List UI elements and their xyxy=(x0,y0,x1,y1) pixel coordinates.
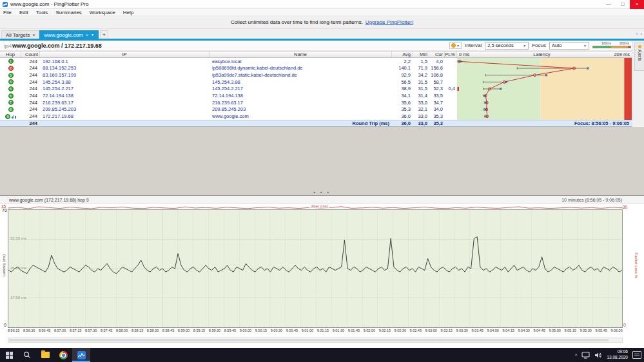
new-tab-button[interactable]: + xyxy=(100,30,108,39)
timeline-scrollbar[interactable] xyxy=(8,338,623,343)
scroll-right-icon[interactable]: › xyxy=(640,31,642,37)
time-tick-label: 9:02:15 xyxy=(379,329,391,334)
hop-ip: 83.169.157.199 xyxy=(40,72,210,78)
latency-scale-max: 209 ms xyxy=(614,52,630,57)
gridline-label: 17.50 ms xyxy=(10,296,26,300)
menu-item-tools[interactable]: Tools xyxy=(36,10,48,15)
time-tick-label: 9:00:45 xyxy=(286,329,298,334)
trace-row-hop-6[interactable]: 624472.14.194.13872.14.194.13834,131,433… xyxy=(0,92,457,99)
hop-status-dot: 1 xyxy=(8,59,14,64)
trace-rows: 1244192.168.0.1easybox.local2,21,54,0224… xyxy=(0,58,457,120)
action-center-icon[interactable] xyxy=(632,351,641,359)
tab-all-targets[interactable]: All Targets × xyxy=(1,30,39,39)
trace-row-hop-2[interactable]: 224488.134.152.253ip588698fd.dynamic.kab… xyxy=(0,65,457,72)
time-tick-label: 9:03:00 xyxy=(425,329,437,334)
close-button[interactable]: × xyxy=(630,0,644,9)
column-header-latency: 0 ms Latency 209 ms xyxy=(457,52,632,57)
alerts-icon xyxy=(638,45,641,48)
time-tick-label: 9:04:15 xyxy=(503,329,514,334)
upgrade-link[interactable]: Upgrade PingPlotter! xyxy=(366,19,413,25)
jitter-series-label: Jitter (ms) xyxy=(309,204,329,208)
speaker-icon[interactable] xyxy=(594,352,602,359)
time-tick-label: 8:58:45 xyxy=(162,329,174,334)
round-trip-label: Round Trip (ms) xyxy=(210,120,392,126)
column-header-pl[interactable]: PL% xyxy=(445,52,457,57)
time-tick-label: 9:02:45 xyxy=(410,329,422,334)
column-header-min[interactable]: Min xyxy=(413,52,429,57)
menu-item-summaries[interactable]: Summaries xyxy=(55,10,81,15)
time-tick-label: 8:57:15 xyxy=(70,329,81,334)
latency-axis-min: 0 xyxy=(4,323,6,327)
alert-state-button[interactable]: ▼ xyxy=(449,42,462,49)
hop-ip: 216.239.63.17 xyxy=(40,100,210,106)
trace-row-hop-9[interactable]: 9244172.217.19.68www.google.com36,033,03… xyxy=(0,113,457,120)
menu-item-help[interactable]: Help xyxy=(123,10,133,15)
hop-count: 244 xyxy=(21,79,40,85)
taskbar: ^ 09:06 13.08.2020 xyxy=(0,348,644,362)
taskbar-file-explorer-button[interactable] xyxy=(36,348,54,362)
scrollbar-thumb[interactable] xyxy=(9,339,609,341)
time-tick-label: 9:03:45 xyxy=(472,329,483,334)
hop-count: 244 xyxy=(21,93,40,99)
menu-item-edit[interactable]: Edit xyxy=(19,10,28,15)
hop-avg: 92,9 xyxy=(392,72,413,78)
hop-cur: 4,0 xyxy=(429,59,445,64)
column-header-count[interactable]: Count xyxy=(21,52,40,57)
trace-row-hop-5[interactable]: 5244145.254.2.217145.254.2.21738,931,552… xyxy=(0,86,457,93)
hop-packetloss: 0,4 xyxy=(445,86,457,91)
maximize-button[interactable]: □ xyxy=(616,0,630,9)
hop-min: 1,5 xyxy=(413,59,429,64)
column-header-name[interactable]: Name xyxy=(210,52,392,57)
tray-expand-icon[interactable]: ^ xyxy=(575,352,578,358)
trace-row-hop-3[interactable]: 324483.169.157.199ip53a99dc7.static.kabe… xyxy=(0,71,457,79)
hop-min: 33,0 xyxy=(413,100,429,106)
trace-row-hop-1[interactable]: 1244192.168.0.1easybox.local2,21,54,0 xyxy=(0,58,457,65)
time-tick-label: 8:56:45 xyxy=(39,329,50,334)
menu-item-file[interactable]: File xyxy=(3,10,12,15)
hop-count: 244 xyxy=(21,59,40,64)
hop-ip: 172.217.19.68 xyxy=(40,113,210,119)
taskbar-pingplotter-button[interactable] xyxy=(72,348,90,362)
tab-close-icon[interactable]: × xyxy=(86,33,88,37)
column-header-hop[interactable]: Hop xyxy=(0,52,21,57)
hop-latency-graph[interactable] xyxy=(457,58,632,120)
taskbar-chrome-button[interactable] xyxy=(54,348,72,362)
hop-min: 31,5 xyxy=(413,86,429,91)
trace-row-hop-4[interactable]: 4244145.254.3.88145.254.3.8856,531,558,7 xyxy=(0,79,457,86)
tab-www-google-com[interactable]: www.google.com × ▼ xyxy=(39,30,99,39)
column-header-avg[interactable]: Avg xyxy=(392,52,413,57)
trace-row-hop-8[interactable]: 8244209.85.245.203209.85.245.20335,332,1… xyxy=(0,106,457,113)
panel-splitter-handle[interactable]: ● ● ● xyxy=(0,189,644,195)
taskbar-clock[interactable]: 09:06 13.08.2020 xyxy=(607,349,628,361)
start-button[interactable] xyxy=(0,348,18,362)
hop-status-dot: 4 xyxy=(8,79,14,84)
hop-min: 33,0 xyxy=(413,113,429,119)
menu-item-workspace[interactable]: Workspace xyxy=(90,10,115,15)
scroll-left-icon[interactable]: ‹ xyxy=(636,31,638,37)
hop-count: 244 xyxy=(21,72,40,78)
hop-cur: 156,6 xyxy=(429,65,445,71)
column-header-ip[interactable]: IP xyxy=(40,52,210,57)
hop-ip: 145.254.2.217 xyxy=(40,86,210,91)
focus-select[interactable]: Auto ▼ xyxy=(549,42,589,50)
tab-dropdown-icon[interactable]: ▼ xyxy=(91,33,94,37)
alerts-label: Alerts xyxy=(638,50,642,61)
interval-select[interactable]: 2,5 seconds ▼ xyxy=(485,42,529,50)
time-tick-label: 8:57:30 xyxy=(85,329,97,334)
hop-min: 71,9 xyxy=(413,65,429,71)
alerts-side-tab[interactable]: Alerts xyxy=(634,43,644,71)
minimize-button[interactable]: — xyxy=(601,0,616,9)
chrome-icon xyxy=(59,351,68,359)
column-header-cur[interactable]: Cur xyxy=(429,52,445,57)
tab-close-icon[interactable]: × xyxy=(32,33,35,37)
taskbar-search-button[interactable] xyxy=(18,348,36,362)
empty-workspace-area xyxy=(0,127,644,195)
network-icon[interactable] xyxy=(581,352,590,359)
latency-time-plot[interactable] xyxy=(8,209,623,328)
time-tick-label: 9:01:15 xyxy=(317,329,329,334)
ip-version-label: ipv4 xyxy=(4,44,12,48)
time-tick-label: 8:57:45 xyxy=(101,329,112,334)
hop-avg: 38,9 xyxy=(392,86,413,91)
trace-row-hop-7[interactable]: 7244216.239.63.17216.239.63.1735,633,034… xyxy=(0,99,457,106)
pingplotter-icon xyxy=(77,351,86,359)
